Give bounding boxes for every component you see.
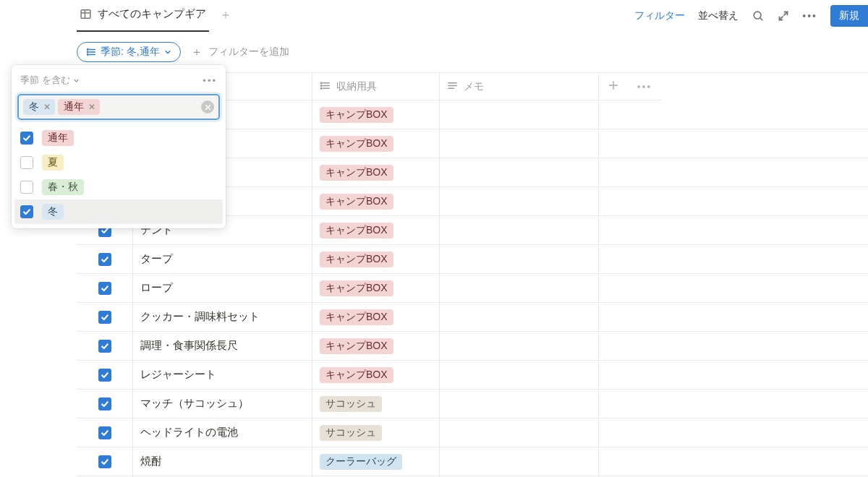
checkbox-checked-icon[interactable] [98, 340, 111, 353]
row-name-cell[interactable]: 焼酎 [133, 447, 312, 476]
filter-chip[interactable]: 通年✕ [58, 99, 100, 115]
option-checkbox[interactable] [20, 132, 33, 145]
sort-button[interactable]: 並べ替え [698, 9, 739, 22]
svg-rect-0 [81, 9, 90, 18]
row-checkbox-cell[interactable] [77, 390, 133, 418]
row-name-cell[interactable]: レジャーシート [133, 361, 312, 390]
row-memo-cell[interactable] [440, 245, 599, 274]
row-memo-cell[interactable] [440, 158, 599, 187]
row-storage-cell[interactable]: キャンプBOX [312, 216, 440, 245]
column-more-icon[interactable]: ••• [637, 81, 652, 93]
row-checkbox-cell[interactable] [77, 418, 133, 447]
option-tag: 通年 [42, 130, 74, 146]
row-name-cell[interactable]: クッカー・調味料セット [133, 303, 312, 332]
row-memo-cell[interactable] [440, 274, 599, 303]
row-checkbox-cell[interactable] [77, 245, 133, 274]
row-storage-cell[interactable]: サコッシュ [312, 418, 440, 447]
row-storage-cell[interactable]: サコッシュ [312, 390, 440, 418]
checkbox-checked-icon[interactable] [98, 282, 111, 295]
add-view-button[interactable]: ＋ [219, 8, 232, 24]
column-header-storage[interactable]: 収納用具 [336, 80, 377, 93]
storage-tag: キャンプBOX [320, 165, 393, 181]
row-name-text: マッチ（サコッシュ） [140, 397, 249, 411]
add-column-icon[interactable] [608, 80, 619, 93]
row-storage-cell[interactable]: キャンプBOX [312, 187, 440, 216]
filter-option[interactable]: 夏 [12, 150, 226, 175]
row-storage-cell[interactable]: キャンプBOX [312, 245, 440, 274]
row-checkbox-cell[interactable] [77, 447, 133, 476]
table-row[interactable]: レジャーシートキャンプBOX [77, 361, 868, 390]
row-memo-cell[interactable] [440, 390, 599, 418]
table-icon [80, 8, 92, 20]
checkbox-checked-icon[interactable] [98, 369, 111, 382]
row-memo-cell[interactable] [440, 100, 599, 129]
chip-remove-icon[interactable]: ✕ [88, 103, 95, 111]
storage-tag: サコッシュ [320, 425, 382, 441]
table-row[interactable]: ロープキャンプBOX [77, 274, 868, 303]
row-memo-cell[interactable] [440, 332, 599, 361]
checkbox-checked-icon[interactable] [98, 455, 111, 468]
row-name-cell[interactable]: マッチ（サコッシュ） [133, 390, 312, 418]
row-storage-cell[interactable]: キャンプBOX [312, 332, 440, 361]
option-checkbox[interactable] [20, 156, 33, 169]
row-checkbox-cell[interactable] [77, 303, 133, 332]
more-menu-icon[interactable]: ••• [802, 10, 817, 22]
filter-option[interactable]: 通年 [12, 126, 226, 150]
storage-tag: キャンプBOX [320, 367, 393, 383]
row-storage-cell[interactable]: キャンプBOX [312, 274, 440, 303]
row-storage-cell[interactable]: キャンプBOX [312, 100, 440, 129]
option-checkbox[interactable] [20, 205, 33, 218]
row-memo-cell[interactable] [440, 187, 599, 216]
expand-icon[interactable] [778, 10, 789, 22]
row-checkbox-cell[interactable] [77, 361, 133, 390]
table-row[interactable]: 焼酎クーラーバッグ [77, 447, 868, 476]
table-row[interactable]: クッカー・調味料セットキャンプBOX [77, 303, 868, 332]
row-storage-cell[interactable]: クーラーバッグ [312, 447, 440, 476]
row-name-text: レジャーシート [140, 368, 216, 382]
svg-point-3 [754, 12, 761, 19]
row-memo-cell[interactable] [440, 361, 599, 390]
table-row[interactable]: マッチ（サコッシュ）サコッシュ [77, 390, 868, 418]
view-tabbar: すべてのキャンプギア ＋ フィルター 並べ替え ••• 新規 [0, 0, 868, 32]
multiselect-icon [320, 80, 331, 93]
row-storage-cell[interactable]: キャンプBOX [312, 361, 440, 390]
filter-pill-season[interactable]: 季節: 冬,通年 [77, 42, 181, 62]
table-row[interactable]: 調理・食事関係長尺キャンプBOX [77, 332, 868, 361]
filter-popover-title[interactable]: 季節 を含む [20, 74, 70, 87]
row-memo-cell[interactable] [440, 418, 599, 447]
checkbox-checked-icon[interactable] [98, 311, 111, 324]
row-name-cell[interactable]: タープ [133, 245, 312, 274]
checkbox-checked-icon[interactable] [98, 426, 111, 439]
column-header-memo[interactable]: メモ [464, 80, 484, 93]
filter-option[interactable]: 冬 [14, 199, 223, 224]
row-storage-cell[interactable]: キャンプBOX [312, 158, 440, 187]
filter-popover-more-icon[interactable]: ••• [203, 75, 217, 86]
checkbox-checked-icon[interactable] [98, 253, 111, 266]
checkbox-checked-icon[interactable] [98, 398, 111, 411]
option-checkbox[interactable] [20, 181, 33, 194]
table-row[interactable]: タープキャンプBOX [77, 245, 868, 274]
chip-remove-icon[interactable]: ✕ [43, 103, 51, 111]
view-tab-active[interactable]: すべてのキャンプギア [77, 0, 209, 32]
row-memo-cell[interactable] [440, 129, 599, 158]
new-button[interactable]: 新規 [830, 5, 868, 27]
row-checkbox-cell[interactable] [77, 332, 133, 361]
row-checkbox-cell[interactable] [77, 274, 133, 303]
row-name-cell[interactable]: ロープ [133, 274, 312, 303]
row-name-cell[interactable]: 調理・食事関係長尺 [133, 332, 312, 361]
row-storage-cell[interactable]: キャンプBOX [312, 303, 440, 332]
filter-button[interactable]: フィルター [634, 9, 685, 22]
filter-option[interactable]: 春・秋 [12, 175, 226, 199]
row-memo-cell[interactable] [440, 447, 599, 476]
search-icon[interactable] [752, 9, 765, 22]
row-storage-cell[interactable]: キャンプBOX [312, 129, 440, 158]
clear-chips-button[interactable] [201, 100, 214, 113]
row-name-text: ヘッドライトの電池 [140, 426, 238, 439]
table-row[interactable]: ヘッドライトの電池サコッシュ [77, 418, 868, 447]
filter-chip[interactable]: 冬✕ [23, 99, 55, 115]
filter-chip-input[interactable]: 冬✕ 通年✕ [17, 94, 220, 120]
row-memo-cell[interactable] [440, 303, 599, 332]
row-name-cell[interactable]: ヘッドライトの電池 [133, 418, 312, 447]
add-filter-button[interactable]: ＋ フィルターを追加 [191, 46, 289, 59]
row-memo-cell[interactable] [440, 216, 599, 245]
